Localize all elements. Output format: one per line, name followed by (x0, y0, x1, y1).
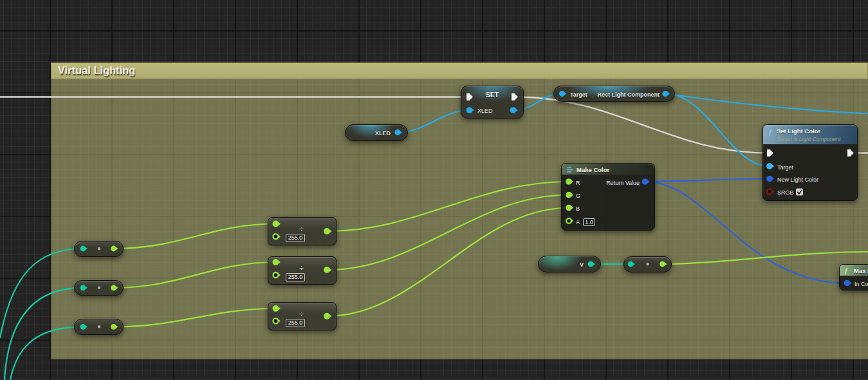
g-pin-label: G (576, 193, 580, 199)
node-get-v[interactable]: V (538, 256, 601, 272)
target-pin-label: Target (777, 164, 793, 171)
node-divide-2[interactable]: ÷ 255.0 (268, 256, 337, 285)
make-struct-icon (566, 167, 574, 173)
in-color-pin-label: In Co (854, 281, 868, 287)
node-set-xled[interactable]: SET XLED (461, 86, 524, 119)
blueprint-graph-canvas[interactable]: Virtual Lighting (0, 0, 868, 380)
v-get-label: V (580, 261, 584, 268)
node-conv-byte-to-float-3[interactable] (74, 319, 124, 335)
set-node-title: SET (461, 91, 523, 99)
function-icon: ƒ (768, 127, 773, 137)
divide-icon: ÷ (299, 226, 304, 232)
alpha-value-field[interactable]: 1.0 (583, 218, 595, 226)
node-get-xled[interactable]: XLED (345, 124, 408, 141)
b-pin-label: B (576, 205, 580, 212)
return-value-pin-label: Return Value (606, 180, 640, 186)
xled-get-label: XLED (375, 130, 391, 137)
comment-box-body[interactable] (51, 79, 868, 359)
node-divide-3[interactable]: ÷ 255.0 (268, 302, 337, 330)
rect-light-output-pin-label: Rect Light Component (598, 91, 660, 98)
divide-3-value-field[interactable]: 255.0 (286, 319, 305, 327)
set-xled-pin-label: XLED (477, 108, 493, 114)
function-icon: ƒ (844, 266, 848, 276)
make-color-title: Make Color (577, 166, 609, 173)
node-make-color[interactable]: Make Color R G B A 1.0 Return Value (561, 163, 655, 231)
max-title: Max ( (854, 267, 868, 274)
comment-title: Virtual Lighting (58, 65, 135, 77)
srgb-pin-label: SRGB (777, 189, 794, 196)
node-set-light-color[interactable]: ƒ Set Light Color Target is Light Compon… (762, 124, 858, 201)
a-pin-label: A (576, 219, 580, 225)
node-conv-byte-to-float-4[interactable] (623, 256, 672, 272)
node-conv-byte-to-float-1[interactable] (74, 241, 124, 257)
set-light-color-subtitle: Target is Light Component (777, 136, 840, 142)
node-conv-byte-to-float-2[interactable] (74, 280, 124, 296)
node-max-color[interactable]: ƒ Max ( In Co (839, 264, 868, 290)
divide-2-value-field[interactable]: 255.0 (286, 273, 305, 281)
new-light-color-pin-label: New Light Color (777, 176, 818, 183)
r-pin-label: R (576, 180, 580, 186)
rect-light-target-pin-label: Target (570, 91, 587, 98)
node-rect-light-component[interactable]: Target Rect Light Component (553, 86, 675, 102)
divide-1-value-field[interactable]: 255.0 (286, 234, 305, 242)
set-light-color-title: Set Light Color (777, 128, 820, 135)
divide-icon: ÷ (299, 311, 304, 317)
comment-box-titlebar[interactable]: Virtual Lighting (51, 62, 868, 79)
node-divide-1[interactable]: ÷ 255.0 (268, 217, 337, 245)
divide-icon: ÷ (299, 265, 304, 271)
